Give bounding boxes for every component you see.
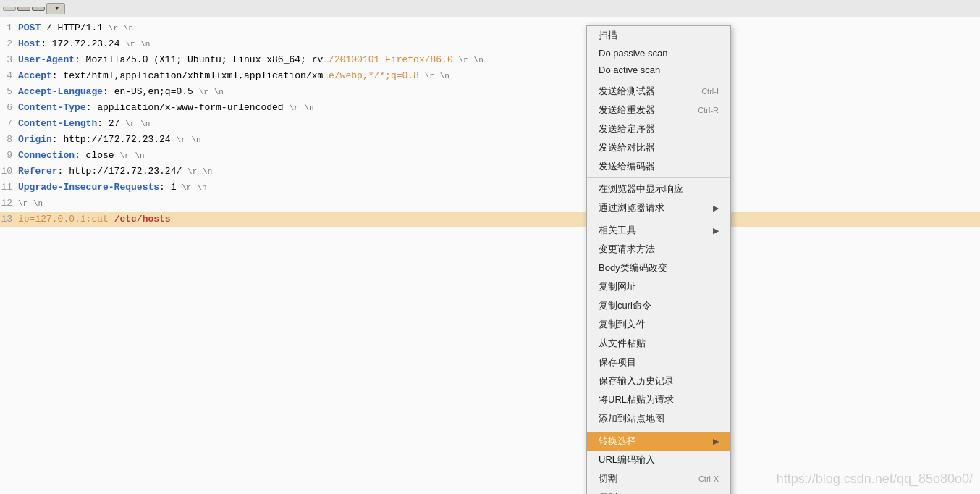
menu-item-send_to_comparer[interactable]: 发送给对比器 xyxy=(587,138,730,157)
line-number: 2 xyxy=(0,36,18,52)
menu-item-label: 复制到文件 xyxy=(599,318,646,331)
line-content: ip=127.0.0.1;cat /etc/hosts xyxy=(18,212,974,227)
toolbar: ▼ xyxy=(0,0,980,17)
menu-item-label: Do active scan xyxy=(599,64,660,75)
menu-item-show_response_in_browser[interactable]: 在浏览器中显示响应 xyxy=(587,180,730,198)
line-number: 3 xyxy=(0,52,18,68)
code-line-7: 7Content-Length: 27 \r \n xyxy=(0,116,980,132)
menu-item-paste_url_as_request[interactable]: 将URL粘贴为请求 xyxy=(587,390,730,409)
code-area: 1POST / HTTP/1.1 \r \n2Host: 172.72.23.2… xyxy=(0,17,980,494)
in-button[interactable] xyxy=(32,7,45,11)
menu-item-copy_url[interactable]: 复制网址 xyxy=(587,277,730,296)
line-content: Content-Type: application/x-www-form-url… xyxy=(18,100,974,116)
line-number: 7 xyxy=(0,116,18,132)
menu-item-shortcut: Ctrl-I xyxy=(701,87,719,96)
code-line-11: 11Upgrade-Insecure-Requests: 1 \r \n xyxy=(0,180,980,196)
actions-dropdown[interactable]: ▼ xyxy=(46,3,65,14)
menu-item-label: 将URL粘贴为请求 xyxy=(599,393,674,406)
menu-separator xyxy=(587,177,730,178)
menu-item-label: 复制 xyxy=(599,491,617,494)
menu-item-label: Body类编码改变 xyxy=(599,261,667,275)
menu-separator xyxy=(587,80,730,80)
menu-item-label: 通过浏览器请求 xyxy=(599,201,664,214)
line-number: 9 xyxy=(0,148,18,164)
code-line-8: 8Origin: http://172.72.23.24 \r \n xyxy=(0,132,980,148)
menu-item-paste_from_file[interactable]: 从文件粘贴 xyxy=(587,334,730,353)
menu-item-save_item[interactable]: 保存项目 xyxy=(587,353,730,372)
menu-item-request_in_browser[interactable]: 通过浏览器请求▶ xyxy=(587,198,730,217)
line-number: 4 xyxy=(0,68,18,84)
line-number: 10 xyxy=(0,164,18,180)
line-content: Host: 172.72.23.24 \r \n xyxy=(18,36,974,52)
code-line-13: 13ip=127.0.0.1;cat /etc/hosts xyxy=(0,212,980,227)
line-content: User-Agent: Mozilla/5.0 (X11; Ubuntu; Li… xyxy=(18,52,974,68)
menu-item-label: 保存输入历史记录 xyxy=(599,374,674,388)
menu-item-add_to_sitemap[interactable]: 添加到站点地图 xyxy=(587,409,730,428)
menu-item-convert_selection[interactable]: 转换选择▶URL▶网址解码Ctrl+Shift-U特殊字符的URL编码Ctrl-… xyxy=(587,432,730,451)
menu-item-label: 发送给重发器 xyxy=(599,104,655,117)
menu-item-label: 发送给测试器 xyxy=(599,85,655,98)
menu-item-send_to_repeater[interactable]: 发送给重发器Ctrl-R xyxy=(587,101,730,120)
menu-item-send_to_sequencer[interactable]: 发送给定序器 xyxy=(587,120,730,138)
line-content: Accept-Language: en-US,en;q=0.5 \r \n xyxy=(18,84,974,100)
menu-item-label: 转换选择 xyxy=(599,435,636,448)
menu-item-label: URL编码输入 xyxy=(599,453,655,466)
menu-item-send_to_encoder[interactable]: 发送给编码器 xyxy=(587,157,730,176)
menu-item-change_body_encoding[interactable]: Body类编码改变 xyxy=(587,259,730,277)
menu-item-label: 变更请求方法 xyxy=(599,243,655,256)
context-menu[interactable]: 扫描Do passive scanDo active scan发送给测试器Ctr… xyxy=(586,25,731,494)
dropdown-arrow-icon: ▼ xyxy=(55,5,59,12)
menu-item-scan[interactable]: 扫描 xyxy=(587,26,730,45)
menu-item-label: 发送给定序器 xyxy=(599,122,655,135)
line-number: 12 xyxy=(0,196,18,212)
line-number: 5 xyxy=(0,84,18,100)
menu-item-label: 扫描 xyxy=(599,29,617,42)
line-number: 8 xyxy=(0,132,18,148)
menu-separator xyxy=(587,219,730,219)
menu-item-label: 复制curl命令 xyxy=(599,299,651,312)
menu-item-label: 发送给编码器 xyxy=(599,160,655,173)
menu-item-label: 相关工具 xyxy=(599,224,636,237)
code-line-6: 6Content-Type: application/x-www-form-ur… xyxy=(0,100,980,116)
menu-item-label: Do passive scan xyxy=(599,48,667,59)
menu-item-url_encode_input[interactable]: URL编码输入 xyxy=(587,451,730,469)
menu-item-copy[interactable]: 复制Ctrl-C xyxy=(587,488,730,494)
line-number: 1 xyxy=(0,20,18,36)
submenu-arrow-icon: ▶ xyxy=(713,226,719,235)
menu-item-related_tools[interactable]: 相关工具▶ xyxy=(587,221,730,240)
menu-item-label: 从文件粘贴 xyxy=(599,337,646,350)
menu-item-label: 切割 xyxy=(599,472,617,485)
line-content: \r \n xyxy=(18,196,974,212)
pretty-button[interactable] xyxy=(3,7,16,11)
menu-item-label: 在浏览器中显示响应 xyxy=(599,183,683,196)
menu-item-send_to_intruder[interactable]: 发送给测试器Ctrl-I xyxy=(587,82,730,101)
line-content: Accept: text/html,application/xhtml+xml,… xyxy=(18,68,974,84)
line-content: Upgrade-Insecure-Requests: 1 \r \n xyxy=(18,180,974,196)
code-line-2: 2Host: 172.72.23.24 \r \n xyxy=(0,36,980,52)
menu-item-label: 复制网址 xyxy=(599,280,636,293)
menu-item-copy_to_file[interactable]: 复制到文件 xyxy=(587,315,730,334)
raw-button[interactable] xyxy=(17,7,30,11)
menu-item-passive_scan[interactable]: Do passive scan xyxy=(587,45,730,62)
submenu-arrow-icon: ▶ xyxy=(713,204,719,213)
menu-item-shortcut: Ctrl-R xyxy=(698,106,719,114)
line-number: 6 xyxy=(0,100,18,116)
menu-item-shortcut: Ctrl-X xyxy=(698,474,719,483)
menu-item-label: 保存项目 xyxy=(599,356,636,369)
menu-separator xyxy=(587,430,730,430)
menu-item-copy_curl[interactable]: 复制curl命令 xyxy=(587,296,730,315)
line-content: POST / HTTP/1.1 \r \n xyxy=(18,20,974,36)
menu-item-label: 添加到站点地图 xyxy=(599,412,664,425)
code-line-9: 9Connection: close \r \n xyxy=(0,148,980,164)
menu-item-cut[interactable]: 切割Ctrl-X xyxy=(587,469,730,488)
line-content: Connection: close \r \n xyxy=(18,148,974,164)
line-content: Referer: http://172.72.23.24/ \r \n xyxy=(18,164,974,180)
code-line-4: 4Accept: text/html,application/xhtml+xml… xyxy=(0,68,980,84)
line-number: 13 xyxy=(0,212,18,227)
menu-item-save_input_history[interactable]: 保存输入历史记录 xyxy=(587,372,730,390)
menu-item-label: 发送给对比器 xyxy=(599,141,655,154)
line-number: 11 xyxy=(0,180,18,196)
menu-item-active_scan[interactable]: Do active scan xyxy=(587,62,730,78)
code-line-5: 5Accept-Language: en-US,en;q=0.5 \r \n xyxy=(0,84,980,100)
menu-item-change_method[interactable]: 变更请求方法 xyxy=(587,240,730,259)
